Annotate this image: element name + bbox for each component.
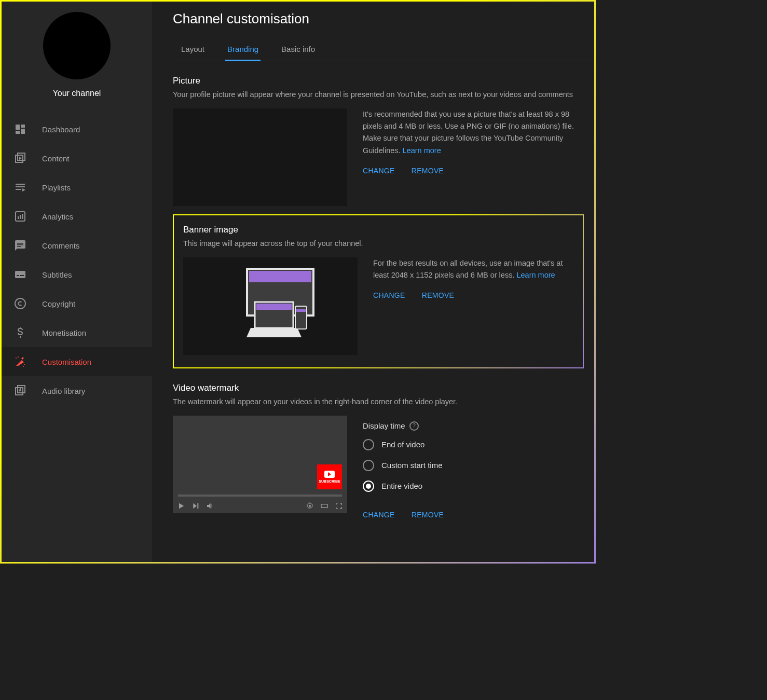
fullscreen-icon[interactable]	[335, 502, 343, 510]
svg-marker-38	[207, 503, 211, 509]
svg-marker-35	[179, 503, 184, 509]
sidebar-item-audio-library[interactable]: Audio library	[2, 376, 152, 405]
sidebar-item-label: Subtitles	[42, 270, 72, 279]
theater-icon[interactable]	[320, 502, 328, 510]
playlists-icon	[14, 181, 26, 194]
sidebar-nav: Dashboard Content Playlists Analytics Co…	[2, 115, 152, 405]
sidebar-item-label: Monetisation	[42, 328, 86, 337]
radio-button-icon	[363, 460, 374, 471]
picture-info: It's recommended that you use a picture …	[363, 108, 584, 206]
analytics-icon	[14, 210, 26, 223]
watermark-change-button[interactable]: CHANGE	[363, 509, 395, 520]
svg-rect-18	[15, 271, 25, 278]
watermark-remove-button[interactable]: REMOVE	[412, 509, 444, 520]
svg-point-21	[15, 298, 25, 309]
customisation-icon	[14, 355, 26, 368]
sidebar-item-label: Playlists	[42, 183, 71, 192]
radio-custom-start-time[interactable]: Custom start time	[363, 459, 584, 472]
banner-title: Banner image	[183, 225, 572, 235]
banner-remove-button[interactable]: REMOVE	[422, 290, 454, 301]
video-progress-bar[interactable]	[178, 495, 342, 497]
radio-button-icon	[363, 439, 374, 450]
video-controls	[177, 502, 343, 510]
channel-avatar[interactable]	[43, 12, 111, 79]
svg-rect-15	[17, 243, 23, 244]
help-icon[interactable]: ?	[409, 421, 419, 431]
svg-marker-10	[22, 188, 25, 191]
svg-rect-0	[16, 125, 20, 130]
watermark-desc: The watermark will appear on your videos…	[173, 396, 584, 407]
volume-icon[interactable]	[206, 502, 214, 510]
svg-rect-3	[16, 131, 20, 134]
banner-change-button[interactable]: CHANGE	[373, 290, 405, 301]
sidebar-item-copyright[interactable]: Copyright	[2, 289, 152, 318]
sidebar-item-label: Comments	[42, 241, 80, 250]
svg-marker-32	[246, 328, 302, 337]
radio-end-of-video[interactable]: End of video	[363, 438, 584, 451]
sidebar-item-dashboard[interactable]: Dashboard	[2, 115, 152, 144]
sidebar-item-customisation[interactable]: Customisation	[2, 347, 152, 376]
svg-point-22	[16, 358, 17, 359]
audio-library-icon	[14, 385, 26, 397]
picture-title: Picture	[173, 76, 584, 86]
radio-label: Entire video	[381, 480, 422, 492]
svg-rect-34	[296, 309, 306, 312]
svg-rect-20	[20, 275, 24, 276]
svg-rect-31	[256, 304, 292, 310]
picture-learn-more-link[interactable]: Learn more	[403, 146, 441, 155]
watermark-title: Video watermark	[173, 383, 584, 393]
picture-change-button[interactable]: CHANGE	[363, 165, 395, 176]
sidebar-item-comments[interactable]: Comments	[2, 231, 152, 260]
picture-info-text: It's recommended that you use a picture …	[363, 110, 574, 155]
sidebar-item-analytics[interactable]: Analytics	[2, 202, 152, 231]
banner-learn-more-link[interactable]: Learn more	[516, 271, 555, 279]
tab-layout[interactable]: Layout	[180, 39, 206, 61]
svg-rect-9	[16, 189, 21, 190]
banner-desc: This image will appear across the top of…	[183, 238, 572, 249]
sidebar-item-subtitles[interactable]: Subtitles	[2, 260, 152, 289]
tab-branding[interactable]: Branding	[226, 39, 259, 61]
tab-basic-info[interactable]: Basic info	[280, 39, 316, 61]
radio-label: Custom start time	[381, 459, 443, 472]
svg-marker-36	[193, 503, 197, 509]
svg-rect-40	[321, 504, 327, 508]
radio-entire-video[interactable]: Entire video	[363, 480, 584, 492]
svg-rect-29	[249, 271, 311, 282]
banner-info: For the best results on all devices, use…	[373, 257, 572, 355]
svg-rect-16	[17, 244, 23, 245]
tabs: Layout Branding Basic info	[173, 39, 594, 61]
picture-desc: Your profile picture will appear where y…	[173, 89, 584, 100]
picture-thumbnail	[173, 108, 347, 206]
sidebar-item-label: Analytics	[42, 212, 73, 221]
svg-rect-19	[17, 275, 19, 276]
watermark-section: Video watermark The watermark will appea…	[173, 368, 594, 526]
svg-point-24	[24, 364, 25, 365]
svg-point-23	[18, 356, 19, 358]
svg-rect-12	[18, 216, 19, 219]
sidebar-item-label: Content	[42, 154, 70, 163]
monetisation-icon	[14, 326, 26, 339]
next-icon[interactable]	[191, 502, 200, 510]
subscribe-text: SUBSCRIBE	[319, 479, 340, 483]
sidebar-item-label: Copyright	[42, 299, 75, 308]
sidebar-item-playlists[interactable]: Playlists	[2, 173, 152, 202]
settings-icon[interactable]	[306, 502, 314, 510]
subscribe-badge: SUBSCRIBE	[317, 464, 342, 489]
picture-remove-button[interactable]: REMOVE	[412, 165, 444, 176]
comments-icon	[14, 239, 26, 252]
channel-name: Your channel	[12, 89, 142, 98]
sidebar-item-monetisation[interactable]: Monetisation	[2, 318, 152, 347]
svg-point-25	[23, 366, 24, 367]
sidebar-item-label: Dashboard	[42, 125, 80, 134]
svg-rect-14	[22, 214, 23, 219]
play-icon[interactable]	[177, 502, 185, 510]
channel-header: Your channel	[2, 12, 152, 115]
sidebar-item-content[interactable]: Content	[2, 144, 152, 173]
svg-rect-37	[197, 503, 198, 509]
svg-rect-27	[18, 386, 25, 393]
svg-rect-1	[21, 125, 25, 128]
picture-section: Picture Your profile picture will appear…	[173, 61, 594, 211]
page-title: Channel customisation	[173, 11, 594, 27]
watermark-video-preview: SUBSCRIBE	[173, 416, 347, 513]
svg-rect-17	[17, 246, 21, 247]
